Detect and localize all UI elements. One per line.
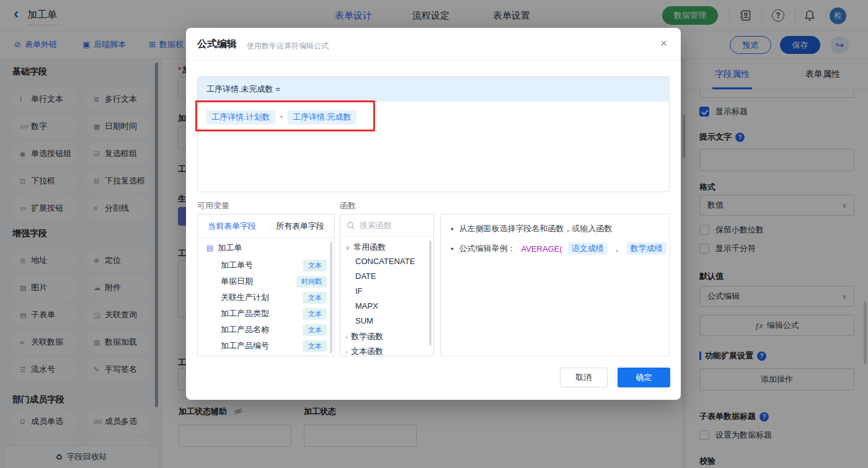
example-function: AVERAGE(: [521, 244, 562, 254]
variable-item[interactable]: 加工单号文本: [221, 258, 327, 272]
example-field-chip: 数学成绩: [627, 242, 666, 255]
variable-item[interactable]: 加工产品名称文本: [221, 323, 327, 337]
example-field-chip: 语文成绩: [568, 242, 608, 255]
function-group-math[interactable]: ›数学函数: [345, 331, 383, 342]
functions-scrollbar-thumb[interactable]: [429, 241, 432, 346]
help-line: • 从左侧面板选择字段名和函数，或输入函数: [451, 223, 659, 234]
variable-name: 加工产品名称: [221, 324, 269, 335]
variables-root-label: 加工单: [218, 242, 242, 254]
function-item[interactable]: MAPX: [355, 301, 378, 311]
formula-editor-modal: 公式编辑 使用数学运算符编辑公式 × 工序详情.未完成数 = 工序详情.计划数 …: [186, 28, 681, 400]
variable-name: 关联生产计划: [221, 292, 269, 303]
functions-panel: 搜索函数 ∨常用函数 CONCATENATE DATE IF MAPX SUM …: [340, 214, 434, 356]
chevron-expanded-icon: ∨: [345, 244, 350, 251]
variables-root-node[interactable]: ▤ 加工单: [206, 242, 242, 254]
cancel-button[interactable]: 取消: [560, 368, 608, 387]
function-item[interactable]: DATE: [355, 272, 376, 281]
function-item[interactable]: CONCATENATE: [355, 257, 415, 266]
formula-field-token[interactable]: 工序详情.完成数: [288, 110, 356, 125]
function-item[interactable]: SUM: [355, 316, 373, 325]
formula-target: 工序详情.未完成数 =: [198, 77, 669, 102]
variable-item[interactable]: 加工产品类型文本: [221, 307, 327, 320]
available-variables-label: 可用变量: [197, 200, 229, 211]
bullet-icon: •: [451, 244, 454, 254]
confirm-button[interactable]: 确定: [618, 368, 670, 387]
function-group-common[interactable]: ∨常用函数: [345, 242, 386, 253]
variable-type-tag: 文本: [303, 324, 327, 336]
tab-current-form-fields[interactable]: 当前表单字段: [198, 214, 266, 237]
variable-item[interactable]: 单据日期时间戳: [221, 275, 327, 288]
app-root: ‹ 加工单 表单设计 流程设定 表单设置 数据管理 ? 检: [0, 0, 868, 468]
formula-field-token[interactable]: 工序详情.计划数: [206, 110, 275, 125]
help-line-example: • 公式编辑举例：AVERAGE( 语文成绩， 数学成绩）: [451, 242, 659, 255]
formula-editor-box[interactable]: 工序详情.未完成数 = 工序详情.计划数 - 工序详情.完成数: [197, 76, 670, 192]
variable-item[interactable]: 关联生产计划文本: [221, 291, 327, 304]
chevron-collapsed-icon: ›: [345, 333, 347, 340]
variable-name: 单据日期: [221, 276, 253, 287]
document-icon: ▤: [206, 244, 213, 252]
modal-title: 公式编辑: [197, 38, 237, 51]
function-group-text[interactable]: ›文本函数: [345, 346, 383, 356]
chevron-collapsed-icon: ›: [345, 348, 347, 355]
bullet-icon: •: [451, 224, 454, 234]
variable-type-tag: 时间戳: [296, 276, 327, 288]
search-placeholder: 搜索函数: [360, 220, 392, 231]
formula-operator-token[interactable]: -: [280, 110, 283, 121]
functions-label: 函数: [340, 200, 356, 211]
modal-header-divider: [186, 60, 681, 61]
formula-expression[interactable]: 工序详情.计划数 - 工序详情.完成数: [198, 102, 669, 192]
formula-help-panel: • 从左侧面板选择字段名和函数，或输入函数 • 公式编辑举例：AVERAGE( …: [440, 214, 670, 356]
variables-tabs: 当前表单字段 所有表单字段: [198, 214, 334, 238]
close-icon[interactable]: ×: [660, 37, 667, 50]
variable-item[interactable]: 加工产品编号文本: [221, 339, 327, 353]
variable-name: 加工产品类型: [221, 308, 269, 319]
variable-type-tag: 文本: [303, 260, 327, 272]
modal-subtitle: 使用数学运算符编辑公式: [247, 41, 329, 51]
variable-name: 加工单号: [221, 260, 253, 271]
search-icon: [347, 221, 355, 230]
variable-type-tag: 文本: [303, 292, 327, 304]
variables-scrollbar-thumb[interactable]: [330, 242, 332, 353]
variable-name: 加工产品编号: [221, 340, 269, 351]
function-item[interactable]: IF: [355, 286, 363, 296]
function-search-input[interactable]: 搜索函数: [340, 214, 433, 237]
variable-type-tag: 文本: [303, 340, 327, 352]
tab-all-form-fields[interactable]: 所有表单字段: [266, 214, 334, 237]
variables-panel: 当前表单字段 所有表单字段 ▤ 加工单 加工单号文本 单据日期时间戳 关联生产计…: [197, 214, 335, 356]
variable-type-tag: 文本: [303, 308, 327, 320]
